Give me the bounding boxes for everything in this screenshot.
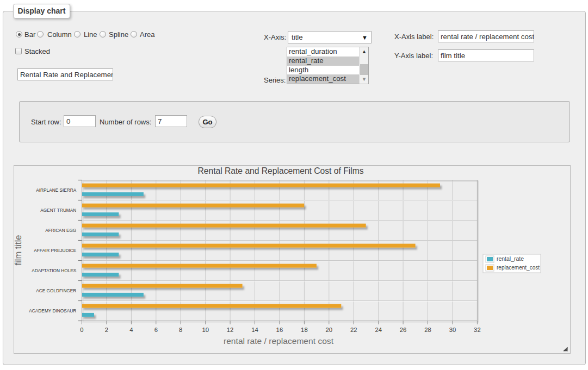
svg-text:26: 26 bbox=[400, 327, 407, 333]
svg-text:ACADEMY DINOSAUR: ACADEMY DINOSAUR bbox=[29, 308, 76, 313]
svg-text:2: 2 bbox=[105, 327, 108, 333]
svg-text:0: 0 bbox=[80, 327, 83, 333]
svg-text:24: 24 bbox=[375, 327, 382, 333]
svg-text:30: 30 bbox=[449, 327, 456, 333]
svg-text:16: 16 bbox=[276, 327, 283, 333]
svg-text:AIRPLANE SIERRA: AIRPLANE SIERRA bbox=[36, 187, 77, 193]
svg-text:8: 8 bbox=[179, 327, 182, 333]
svg-text:4: 4 bbox=[129, 327, 133, 333]
svg-text:rental rate / replacement cost: rental rate / replacement cost bbox=[224, 336, 334, 346]
svg-text:22: 22 bbox=[350, 327, 357, 333]
svg-text:AGENT TRUMAN: AGENT TRUMAN bbox=[40, 207, 76, 213]
svg-text:28: 28 bbox=[424, 327, 431, 333]
svg-text:replacement_cost: replacement_cost bbox=[497, 265, 540, 271]
svg-text:rental_rate: rental_rate bbox=[497, 256, 524, 262]
svg-text:20: 20 bbox=[326, 327, 333, 333]
svg-text:ADAPTATION HOLES: ADAPTATION HOLES bbox=[32, 267, 76, 273]
svg-text:6: 6 bbox=[154, 327, 158, 333]
svg-text:Rental Rate and Replacement Co: Rental Rate and Replacement Cost of Film… bbox=[198, 166, 364, 176]
svg-text:AFFAIR PREJUDICE: AFFAIR PREJUDICE bbox=[34, 247, 76, 253]
svg-text:14: 14 bbox=[251, 327, 258, 333]
svg-text:32: 32 bbox=[474, 327, 481, 333]
svg-text:18: 18 bbox=[301, 327, 308, 333]
svg-text:10: 10 bbox=[202, 327, 209, 333]
svg-text:12: 12 bbox=[227, 327, 234, 333]
svg-text:ACE GOLDFINGER: ACE GOLDFINGER bbox=[36, 287, 76, 293]
svg-text:AFRICAN EGG: AFRICAN EGG bbox=[45, 227, 76, 233]
svg-text:film title: film title bbox=[14, 235, 23, 266]
